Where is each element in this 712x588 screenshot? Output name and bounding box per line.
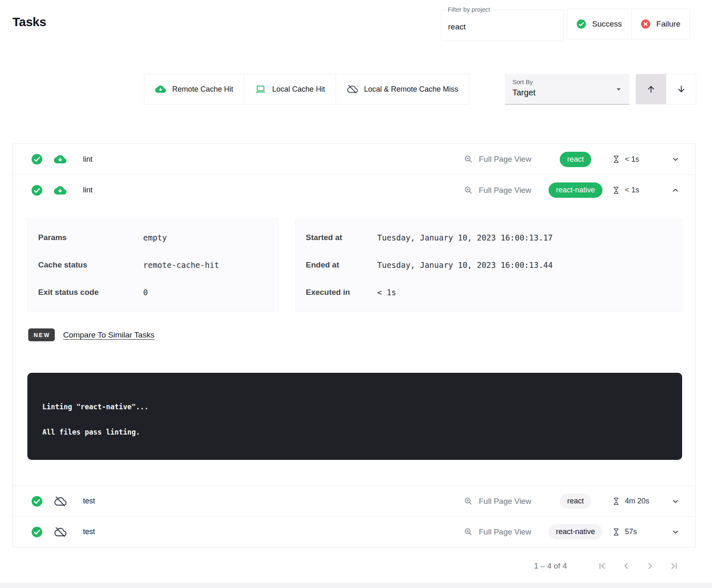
remote-cache-hit-filter-button[interactable]: Remote Cache Hit — [144, 74, 244, 104]
chevron-down-icon — [671, 497, 680, 506]
check-circle-icon — [31, 153, 43, 165]
failure-filter-label: Failure — [656, 19, 680, 29]
full-page-view-button[interactable]: Full Page View — [463, 527, 544, 537]
compare-similar-tasks-link[interactable]: Compare To Similar Tasks — [63, 330, 154, 340]
horizontal-scrollbar-track[interactable] — [0, 583, 712, 588]
local-cache-hit-label: Local Cache Hit — [272, 85, 325, 94]
full-page-view-button[interactable]: Full Page View — [463, 154, 544, 164]
task-target: test — [83, 527, 95, 536]
last-page-button[interactable] — [662, 561, 686, 571]
previous-page-button[interactable] — [614, 561, 638, 571]
zoom-in-icon — [463, 496, 473, 506]
sort-by-value: Target — [512, 88, 536, 97]
next-page-icon — [645, 561, 655, 571]
cache-miss-filter-button[interactable]: Local & Remote Cache Miss — [336, 74, 469, 104]
full-page-view-button[interactable]: Full Page View — [463, 185, 544, 195]
ended-at-label: Ended at — [306, 260, 377, 270]
expand-task-button[interactable] — [665, 155, 686, 164]
full-page-view-label: Full Page View — [479, 186, 531, 195]
sort-by-label: Sort By — [512, 78, 533, 85]
chevron-down-icon — [671, 527, 680, 537]
pagination-range: 1 – 4 of 4 — [534, 561, 567, 571]
new-badge: NEW — [28, 328, 55, 341]
hourglass-icon — [612, 527, 621, 537]
hourglass-icon — [612, 497, 621, 506]
full-page-view-label: Full Page View — [479, 497, 531, 506]
exit-code-label: Exit status code — [38, 288, 143, 297]
sort-ascending-button[interactable] — [636, 74, 666, 104]
zoom-in-icon — [463, 154, 473, 164]
executed-in-label: Executed in — [306, 288, 377, 297]
check-circle-icon — [31, 526, 43, 538]
previous-page-icon — [621, 561, 631, 571]
task-row[interactable]: lint Full Page View react-native < 1s — [13, 175, 695, 205]
started-at-value: Tuesday, January 10, 2023 16:00:13.17 — [377, 233, 553, 242]
full-page-view-label: Full Page View — [479, 527, 531, 537]
project-badge: react — [560, 493, 591, 509]
last-page-icon — [669, 561, 679, 571]
project-badge: react-native — [549, 524, 602, 539]
sort-descending-button[interactable] — [666, 74, 696, 104]
success-filter-button[interactable]: Success — [567, 9, 631, 39]
terminal-line: Linting "react-native"... — [42, 403, 682, 411]
first-page-icon — [597, 561, 607, 571]
cloud-off-icon — [347, 84, 358, 95]
check-circle-icon — [576, 19, 586, 29]
cache-status-label: Cache status — [38, 260, 143, 270]
task-duration: 4m 20s — [625, 497, 649, 505]
task-timing-panel: Started at Tuesday, January 10, 2023 16:… — [295, 219, 682, 311]
task-duration: < 1s — [625, 186, 639, 194]
success-filter-label: Success — [592, 19, 622, 29]
cloud-off-icon — [54, 526, 66, 538]
cloud-download-icon — [54, 153, 66, 165]
failure-filter-button[interactable]: Failure — [631, 9, 690, 39]
project-filter-input[interactable] — [444, 22, 556, 32]
first-page-button[interactable] — [590, 561, 614, 571]
chevron-up-icon — [671, 186, 680, 195]
cache-status-value: remote-cache-hit — [143, 260, 219, 270]
task-row[interactable]: test Full Page View react 4m 20s — [13, 486, 695, 516]
task-duration: < 1s — [625, 155, 639, 164]
local-cache-hit-filter-button[interactable]: Local Cache Hit — [244, 74, 336, 104]
caret-down-icon — [614, 84, 624, 94]
collapse-task-button[interactable] — [665, 186, 686, 195]
project-badge: react — [560, 152, 591, 167]
expand-task-button[interactable] — [665, 497, 686, 506]
hourglass-icon — [612, 186, 621, 195]
project-filter-label: Filter by project — [446, 6, 493, 13]
chevron-down-icon — [671, 155, 680, 164]
task-target: lint — [83, 186, 93, 194]
ended-at-value: Tuesday, January 10, 2023 16:00:13.44 — [377, 260, 553, 270]
sort-direction-group — [636, 74, 696, 104]
laptop-icon — [255, 84, 266, 95]
zoom-in-icon — [463, 185, 473, 195]
project-filter-field[interactable]: Filter by project — [441, 10, 564, 41]
arrow-up-icon — [646, 84, 656, 94]
params-label: Params — [38, 233, 143, 242]
zoom-in-icon — [463, 527, 473, 537]
exit-code-value: 0 — [143, 288, 148, 297]
task-duration: 57s — [625, 527, 637, 536]
sort-by-select[interactable]: Sort By Target — [505, 74, 629, 104]
hourglass-icon — [612, 155, 621, 164]
task-detail-panel: Params empty Cache status remote-cache-h… — [13, 205, 695, 486]
cloud-download-icon — [54, 184, 66, 197]
project-badge: react-native — [549, 182, 602, 198]
status-filter-group: Success Failure — [567, 9, 690, 39]
task-row[interactable]: lint Full Page View react < 1s — [13, 144, 695, 175]
params-value: empty — [143, 233, 167, 242]
full-page-view-label: Full Page View — [479, 155, 531, 164]
cache-miss-label: Local & Remote Cache Miss — [364, 85, 458, 94]
check-circle-icon — [31, 185, 43, 196]
x-circle-icon — [641, 19, 651, 29]
pagination: 1 – 4 of 4 — [534, 555, 686, 577]
full-page-view-button[interactable]: Full Page View — [463, 496, 544, 506]
expand-task-button[interactable] — [665, 527, 686, 537]
cloud-off-icon — [54, 495, 66, 508]
cache-filter-group: Remote Cache Hit Local Cache Hit Local &… — [144, 74, 469, 104]
check-circle-icon — [31, 496, 43, 507]
started-at-label: Started at — [306, 233, 377, 242]
next-page-button[interactable] — [638, 561, 662, 571]
task-row[interactable]: test Full Page View react-native 57s — [13, 516, 695, 547]
arrow-down-icon — [676, 84, 686, 94]
